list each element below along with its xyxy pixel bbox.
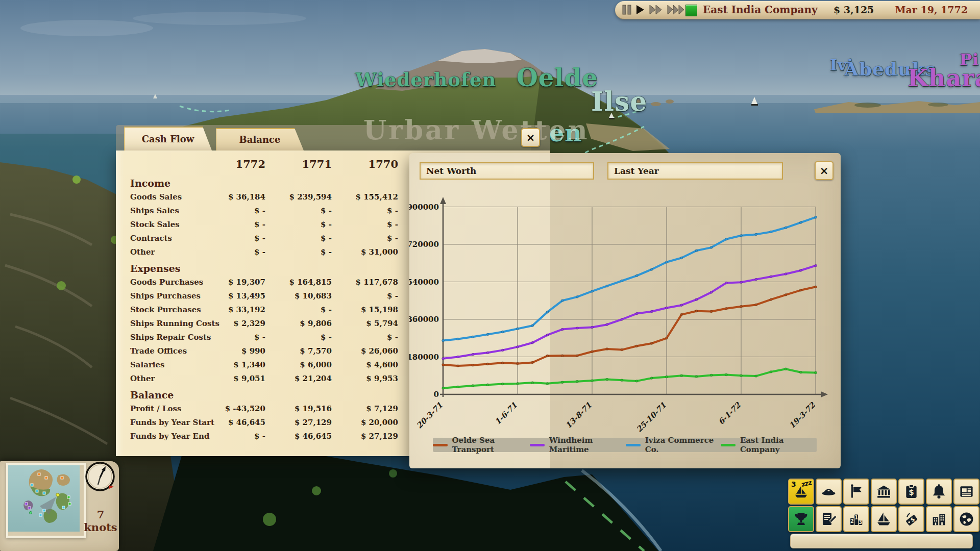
city-button[interactable] xyxy=(926,506,952,532)
y-axis-tick-label: 540000 xyxy=(409,278,439,287)
x-axis-tick-label: 6-1-72 xyxy=(717,400,743,427)
row-value: $ - xyxy=(199,331,265,344)
fastest-forward-button[interactable] xyxy=(667,4,685,16)
bank-button[interactable] xyxy=(871,479,897,505)
message-bar[interactable] xyxy=(790,534,973,548)
row-value: $ 7,570 xyxy=(265,344,332,358)
row-value: $ 27,129 xyxy=(265,416,332,430)
ships-button[interactable] xyxy=(871,506,897,532)
legend-item: Windheim Maritime xyxy=(530,436,626,454)
speed-readout: 7 knots xyxy=(83,508,118,534)
row-value: $ 26,060 xyxy=(332,344,398,358)
game-date: Mar 19, 1772 xyxy=(895,4,968,15)
play-button[interactable] xyxy=(636,4,645,16)
row-label: Contracts xyxy=(130,232,172,245)
trophy-button[interactable] xyxy=(788,506,814,532)
row-value: $ - xyxy=(265,232,332,245)
row-value: $ 9,806 xyxy=(265,317,332,331)
row-value: $ 19,307 xyxy=(199,276,265,289)
row-value: $ - xyxy=(265,245,332,259)
row-value: $ - xyxy=(332,331,398,344)
row-value: $ - xyxy=(199,245,265,259)
year-column-header: 1772 xyxy=(199,158,265,170)
bell-button[interactable] xyxy=(926,479,952,505)
row-value: $ -43,520 xyxy=(199,402,265,416)
y-axis-tick-label: 360000 xyxy=(409,315,439,324)
idle-ships-button[interactable]: 3zzz xyxy=(788,479,814,505)
tab-balance[interactable]: Balance xyxy=(216,128,304,151)
row-value: $ - xyxy=(332,218,398,232)
row-value: $ 990 xyxy=(199,344,265,358)
prices-icon: $ xyxy=(903,511,920,528)
row-value: $ 6,000 xyxy=(265,358,332,372)
flag-icon xyxy=(848,483,865,500)
legend-label: Iviza Commerce Co. xyxy=(645,436,721,454)
row-label: Goods Purchases xyxy=(130,276,203,289)
globe-icon xyxy=(958,511,975,528)
captain-hat-icon xyxy=(820,483,837,500)
contracts-button[interactable] xyxy=(816,506,842,532)
legend-item: East India Company xyxy=(721,436,817,454)
newspaper-button[interactable] xyxy=(953,479,979,505)
legend-swatch xyxy=(433,444,448,446)
row-value: $ - xyxy=(265,331,332,344)
budget-icon: $ xyxy=(903,483,920,500)
town-label[interactable]: Pi xyxy=(960,50,979,69)
close-icon[interactable]: × xyxy=(521,128,540,147)
row-value: $ 20,000 xyxy=(332,416,398,430)
flag-button[interactable] xyxy=(843,479,869,505)
year-column-header: 1771 xyxy=(265,158,332,170)
contracts-icon xyxy=(820,511,837,528)
row-value: $ 46,645 xyxy=(265,430,332,443)
city-icon xyxy=(930,511,947,528)
fast-forward-button[interactable] xyxy=(649,4,663,16)
y-axis-tick-label: 180000 xyxy=(409,353,439,362)
y-axis-tick-label: 720000 xyxy=(409,240,439,249)
bank-icon xyxy=(875,483,892,500)
legend-item: Oelde Sea Transport xyxy=(433,436,530,454)
town-label[interactable]: Oelde xyxy=(517,63,598,92)
chart-line xyxy=(443,266,816,359)
row-value: $ 9,051 xyxy=(199,372,265,386)
prices-button[interactable]: $ xyxy=(898,506,924,532)
row-value: $ 2,329 xyxy=(199,317,265,331)
rankings-button[interactable]: 213 xyxy=(843,506,869,532)
row-value: $ - xyxy=(332,204,398,218)
legend-label: East India Company xyxy=(740,436,817,454)
ship-status: 7 knots xyxy=(83,461,118,551)
budget-button[interactable]: $ xyxy=(898,479,924,505)
pause-button[interactable] xyxy=(622,4,631,16)
town-label[interactable]: Wiederhofen xyxy=(355,68,496,91)
ships-icon xyxy=(875,511,892,528)
chart-legend: Oelde Sea TransportWindheim MaritimeIviz… xyxy=(433,438,817,452)
row-value: $ - xyxy=(199,232,265,245)
town-label[interactable]: Ilse xyxy=(591,86,647,117)
captain-hat-button[interactable] xyxy=(816,479,842,505)
row-value: $ - xyxy=(199,218,265,232)
row-value: $ 1,340 xyxy=(199,358,265,372)
row-value: $ - xyxy=(332,289,398,303)
row-value: $ 117,678 xyxy=(332,276,398,289)
row-value: $ 13,495 xyxy=(199,289,265,303)
tab-cash-flow[interactable]: Cash Flow xyxy=(124,127,212,151)
newspaper-icon xyxy=(958,483,975,500)
row-label: Ships Sales xyxy=(130,204,179,218)
row-value: $ - xyxy=(265,303,332,317)
row-label: Salaries xyxy=(130,358,165,372)
row-value: $ - xyxy=(199,430,265,443)
minimap-content xyxy=(8,465,80,532)
row-label: Stock Purchases xyxy=(130,303,201,317)
row-value: $ 46,645 xyxy=(199,416,265,430)
svg-text:2: 2 xyxy=(850,518,854,524)
globe-button[interactable] xyxy=(953,506,979,532)
row-label: Goods Sales xyxy=(130,190,182,204)
row-value: $ 36,184 xyxy=(199,190,265,204)
row-label: Profit / Loss xyxy=(130,402,181,416)
trophy-icon xyxy=(793,511,810,528)
row-label: Other xyxy=(130,372,155,386)
x-axis-tick-label: 1-6-71 xyxy=(493,400,519,427)
row-label: Other xyxy=(130,245,155,259)
chart-line xyxy=(443,287,816,366)
minimap[interactable] xyxy=(6,463,86,538)
row-value: $ - xyxy=(332,232,398,245)
